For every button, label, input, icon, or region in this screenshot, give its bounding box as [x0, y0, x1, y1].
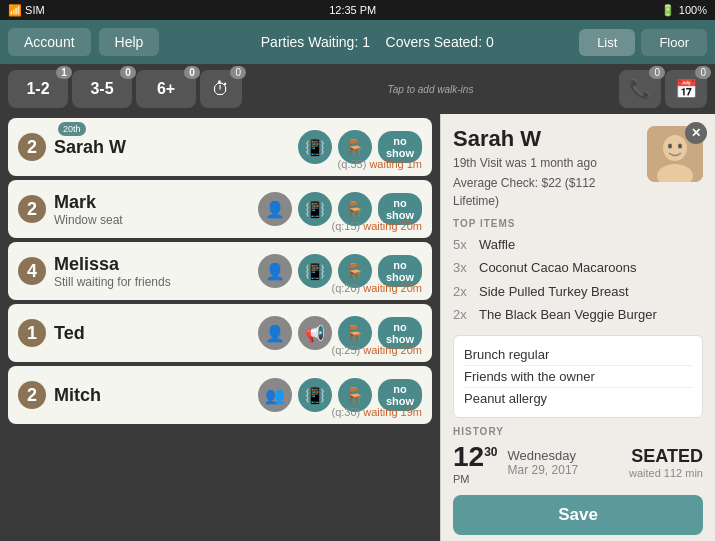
wait-info: Mitch	[54, 385, 250, 406]
list-view-button[interactable]: List	[579, 29, 635, 56]
guest-name: Mitch	[54, 385, 250, 406]
tab-1-2[interactable]: 1-2 1	[8, 70, 68, 108]
seats-hint: Tap to add walk-ins	[380, 82, 482, 97]
top-items-label: TOP ITEMS	[453, 218, 703, 229]
history-waited: waited 112 min	[629, 467, 703, 479]
main-content: 2 Sarah W 20th 📳 🪑 noshow (q:35) waiting…	[0, 114, 715, 541]
guest-note: Still waiting for friends	[54, 275, 250, 289]
party-size: 2	[18, 381, 46, 409]
note-line: Friends with the owner	[464, 366, 692, 388]
party-size: 4	[18, 257, 46, 285]
nav-center: Parties Waiting: 1 Covers Seated: 0	[175, 34, 579, 50]
wait-info: Ted	[54, 323, 250, 344]
tab-6plus-badge: 0	[184, 66, 200, 79]
list-item[interactable]: 1 Ted 👤 📢 🪑 noshow (q:25) waiting 20m	[8, 304, 432, 362]
top-items-list: 5x Waffle 3x Coconut Cacao Macaroons 2x …	[453, 233, 703, 327]
list-item[interactable]: 4 Melissa Still waiting for friends 👤 📳 …	[8, 242, 432, 300]
status-left: 📶 SIM	[8, 4, 45, 17]
guest-name: Sarah W	[54, 137, 290, 158]
wait-time: (q:20) waiting 20m	[331, 282, 422, 294]
item-qty: 3x	[453, 256, 473, 279]
tab-cal-badge: 0	[695, 66, 711, 79]
svg-point-1	[663, 135, 687, 161]
profile-button[interactable]: 👥	[258, 378, 292, 412]
status-bar: 📶 SIM 12:35 PM 🔋 100%	[0, 0, 715, 20]
history-status-col: SEATED waited 112 min	[629, 446, 703, 479]
note-line: Brunch regular	[464, 344, 692, 366]
svg-point-3	[668, 144, 672, 149]
svg-point-4	[678, 144, 682, 149]
battery-level: 100%	[679, 4, 707, 16]
wait-time: (q:25) waiting 20m	[331, 344, 422, 356]
tab-clock[interactable]: ⏱ 0	[200, 70, 242, 108]
wait-info: Sarah W	[54, 137, 290, 158]
wait-time: (q:30) waiting 19m	[331, 406, 422, 418]
profile-button[interactable]: 👤	[258, 254, 292, 288]
list-item[interactable]: 2 Mark Window seat 👤 📳 🪑 noshow (q:15) w…	[8, 180, 432, 238]
parties-waiting-value: 1	[362, 34, 370, 50]
save-button[interactable]: Save	[453, 495, 703, 535]
floor-view-button[interactable]: Floor	[641, 29, 707, 56]
status-right: 🔋 100%	[661, 4, 707, 17]
history-section: HISTORY 1230 PM Wednesday Mar 29, 2017 S…	[453, 426, 703, 485]
notes-box: Brunch regular Friends with the owner Pe…	[453, 335, 703, 418]
tab-calendar[interactable]: 📅 0	[665, 70, 707, 108]
wait-info: Melissa Still waiting for friends	[54, 254, 250, 289]
tab-3-5-badge: 0	[120, 66, 136, 79]
guest-name: Mark	[54, 192, 250, 213]
party-size: 2	[18, 195, 46, 223]
waitlist: 2 Sarah W 20th 📳 🪑 noshow (q:35) waiting…	[0, 114, 440, 541]
item-qty: 2x	[453, 280, 473, 303]
item-name: Coconut Cacao Macaroons	[479, 256, 637, 279]
clock-icon: ⏱	[212, 79, 230, 100]
guest-detail-panel: ✕ Sarah W 19th Visit was 1 month ago Ave…	[440, 114, 715, 541]
account-button[interactable]: Account	[8, 28, 91, 56]
status-time: 12:35 PM	[329, 4, 376, 16]
party-size: 1	[18, 319, 46, 347]
megaphone-button[interactable]: 📢	[298, 316, 332, 350]
party-size: 2	[18, 133, 46, 161]
tab-clock-badge: 0	[230, 66, 246, 79]
history-detail: Wednesday Mar 29, 2017	[508, 448, 619, 477]
profile-button[interactable]: 👤	[258, 316, 292, 350]
tab-phone-badge: 0	[649, 66, 665, 79]
panel-header: Sarah W 19th Visit was 1 month ago Avera…	[453, 126, 703, 210]
history-row: 1230 PM Wednesday Mar 29, 2017 SEATED wa…	[453, 441, 703, 485]
list-item: 5x Waffle	[453, 233, 703, 256]
item-name: Side Pulled Turkey Breast	[479, 280, 629, 303]
tab-1-2-badge: 1	[56, 66, 72, 79]
list-item[interactable]: 2 Mitch 👥 📳 🪑 noshow (q:30) waiting 19m	[8, 366, 432, 424]
note-line: Peanut allergy	[464, 388, 692, 409]
notify-button[interactable]: 📳	[298, 130, 332, 164]
history-date: Mar 29, 2017	[508, 463, 619, 477]
top-nav: Account Help Parties Waiting: 1 Covers S…	[0, 20, 715, 64]
profile-button[interactable]: 👤	[258, 192, 292, 226]
history-label: HISTORY	[453, 426, 703, 437]
panel-visit-info: 19th Visit was 1 month ago	[453, 154, 637, 172]
calendar-icon: 📅	[675, 78, 697, 100]
item-name: Waffle	[479, 233, 515, 256]
item-qty: 2x	[453, 303, 473, 326]
nav-right-buttons: List Floor	[579, 29, 707, 56]
notify-button[interactable]: 📳	[298, 254, 332, 288]
history-time: 1230 PM	[453, 441, 498, 485]
notify-button[interactable]: 📳	[298, 378, 332, 412]
item-qty: 5x	[453, 233, 473, 256]
list-item: 2x Side Pulled Turkey Breast	[453, 280, 703, 303]
history-day: Wednesday	[508, 448, 619, 463]
covers-seated-label: Covers Seated:	[386, 34, 483, 50]
tab-3-5[interactable]: 3-5 0	[72, 70, 132, 108]
panel-guest-name: Sarah W	[453, 126, 637, 152]
help-button[interactable]: Help	[99, 28, 160, 56]
wait-time: (q:35) waiting 1m	[338, 158, 422, 170]
guest-note: Window seat	[54, 213, 250, 227]
list-item: 2x The Black Bean Veggie Burger	[453, 303, 703, 326]
item-name: The Black Bean Veggie Burger	[479, 303, 657, 326]
tab-phone[interactable]: 📞 0	[619, 70, 661, 108]
close-button[interactable]: ✕	[685, 122, 707, 144]
tab-bar: 1-2 1 3-5 0 6+ 0 ⏱ 0 Tap to add walk-ins…	[0, 64, 715, 114]
tab-6plus[interactable]: 6+ 0	[136, 70, 196, 108]
list-item[interactable]: 2 Sarah W 20th 📳 🪑 noshow (q:35) waiting…	[8, 118, 432, 176]
guest-name: Ted	[54, 323, 250, 344]
notify-button[interactable]: 📳	[298, 192, 332, 226]
